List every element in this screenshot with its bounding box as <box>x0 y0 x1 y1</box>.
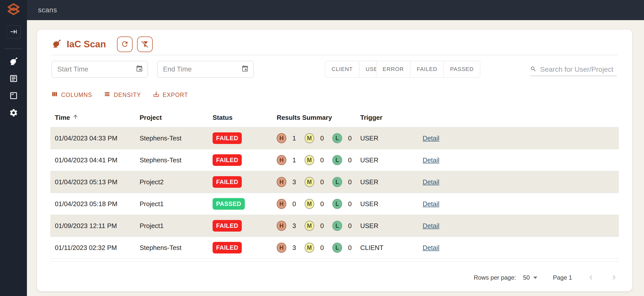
column-header-project[interactable]: Project <box>140 114 213 122</box>
medium-severity-chip: M <box>305 199 314 209</box>
sidebar-collapse-button[interactable] <box>7 25 21 39</box>
export-button[interactable]: EXPORT <box>153 91 188 99</box>
clear-filters-button[interactable] <box>137 36 153 52</box>
columns-icon <box>51 91 58 99</box>
table-body: 01/04/2023 04:33 PM Stephens-Test FAILED… <box>50 127 619 259</box>
radar-dish-icon <box>9 57 18 67</box>
cell-results-summary: H3 M0 L0 <box>277 243 360 253</box>
refresh-button[interactable] <box>117 36 133 52</box>
high-severity-chip: H <box>277 133 286 143</box>
detail-link[interactable]: Detail <box>423 222 439 230</box>
cell-results-summary: H1 M0 L0 <box>277 133 360 143</box>
cell-results-summary: H3 M0 L0 <box>277 221 360 231</box>
detail-link[interactable]: Detail <box>423 200 439 208</box>
previous-page-button[interactable] <box>587 273 595 282</box>
high-count: 3 <box>292 244 296 252</box>
dropdown-arrow-icon[interactable] <box>533 277 537 279</box>
rows-per-page-select[interactable]: 50 <box>523 274 530 281</box>
table-row[interactable]: 01/09/2023 12:11 PM Project1 FAILED H3 M… <box>50 215 619 237</box>
status-badge: PASSED <box>213 198 245 210</box>
high-severity-chip: H <box>277 199 286 209</box>
calendar-icon[interactable] <box>241 65 249 73</box>
toggle-passed[interactable]: PASSED <box>444 61 480 77</box>
medium-count: 0 <box>320 178 324 186</box>
end-time-input[interactable]: End Time <box>157 61 254 78</box>
low-count: 0 <box>348 178 352 186</box>
table-row[interactable]: 01/04/2023 05:18 PM Project1 PASSED H0 M… <box>50 193 619 215</box>
cell-status: FAILED <box>213 132 277 144</box>
radar-dish-icon <box>52 39 62 50</box>
calendar-icon[interactable] <box>136 65 143 73</box>
low-severity-chip: L <box>332 243 342 253</box>
low-count: 0 <box>348 244 352 252</box>
end-time-placeholder: End Time <box>163 65 192 73</box>
sidebar-item-iac-scan[interactable] <box>8 57 19 66</box>
toggle-client[interactable]: CLIENT <box>325 61 359 77</box>
sidebar-divider <box>5 49 22 49</box>
low-count: 0 <box>348 200 352 208</box>
cell-trigger: USER <box>360 222 423 230</box>
low-severity-chip: L <box>332 177 342 187</box>
cell-time: 01/09/2023 12:11 PM <box>55 222 140 230</box>
filter-row: Start Time End Time CLIENT USER <box>52 61 618 78</box>
cell-status: PASSED <box>213 198 277 210</box>
sidebar-item-settings[interactable] <box>8 108 19 118</box>
column-header-status[interactable]: Status <box>213 114 277 122</box>
high-severity-chip: H <box>277 155 286 165</box>
gear-icon <box>9 108 18 118</box>
detail-link[interactable]: Detail <box>423 244 439 251</box>
cell-results-summary: H1 M0 L0 <box>277 155 360 165</box>
next-page-button[interactable] <box>610 273 618 282</box>
table-row[interactable]: 01/04/2023 04:33 PM Stephens-Test FAILED… <box>50 127 619 149</box>
low-severity-chip: L <box>332 155 342 165</box>
download-icon <box>153 91 160 99</box>
low-severity-chip: L <box>332 133 342 143</box>
article-icon <box>9 74 18 84</box>
low-count: 0 <box>348 156 352 164</box>
cell-time: 01/11/2023 02:32 PM <box>55 244 140 252</box>
low-count: 0 <box>348 222 352 230</box>
cell-time: 01/04/2023 04:33 PM <box>55 134 140 142</box>
sidebar-item-documents[interactable] <box>8 74 19 84</box>
status-badge: FAILED <box>213 220 242 232</box>
high-count: 3 <box>292 222 296 230</box>
table-row[interactable]: 01/11/2023 02:32 PM Stephens-Test FAILED… <box>50 237 619 258</box>
search-input[interactable]: Search for User/Project <box>530 63 617 76</box>
cell-project: Stephens-Test <box>140 134 213 142</box>
medium-count: 0 <box>320 222 324 230</box>
column-header-time[interactable]: Time <box>55 114 140 122</box>
app-logo-icon[interactable] <box>6 3 21 17</box>
sidebar-item-reports[interactable] <box>8 91 19 101</box>
header-divider <box>52 55 618 55</box>
table-row[interactable]: 01/04/2023 04:41 PM Stephens-Test FAILED… <box>50 149 619 171</box>
medium-severity-chip: M <box>305 243 314 253</box>
medium-severity-chip: M <box>305 177 314 187</box>
status-toggle-group: ERROR FAILED PASSED <box>376 61 480 78</box>
start-time-input[interactable]: Start Time <box>52 61 148 78</box>
cell-status: FAILED <box>213 220 277 232</box>
window-icon <box>9 91 18 101</box>
medium-count: 0 <box>320 244 324 252</box>
column-header-trigger[interactable]: Trigger <box>360 114 423 122</box>
columns-button[interactable]: COLUMNS <box>51 91 92 99</box>
detail-link[interactable]: Detail <box>423 134 439 142</box>
low-severity-chip: L <box>332 199 342 209</box>
cell-trigger: USER <box>360 156 423 164</box>
cell-project: Project1 <box>140 222 213 230</box>
table-row[interactable]: 01/04/2023 05:13 PM Project2 FAILED H3 M… <box>50 171 619 193</box>
status-badge: FAILED <box>213 242 242 253</box>
toggle-failed[interactable]: FAILED <box>410 61 444 77</box>
density-button[interactable]: DENSITY <box>104 91 141 99</box>
cell-results-summary: H0 M0 L0 <box>277 199 360 209</box>
chevron-left-icon <box>587 273 595 282</box>
topbar: scans <box>27 0 644 20</box>
column-header-results-summary[interactable]: Results Summary <box>277 114 360 122</box>
detail-link[interactable]: Detail <box>423 178 439 186</box>
cell-status: FAILED <box>213 176 277 188</box>
page-breadcrumb: scans <box>38 6 57 14</box>
cell-trigger: USER <box>360 178 423 186</box>
cell-status: FAILED <box>213 242 277 253</box>
card-header: IaC Scan <box>52 36 153 52</box>
detail-link[interactable]: Detail <box>423 156 439 164</box>
toggle-error[interactable]: ERROR <box>376 61 410 77</box>
